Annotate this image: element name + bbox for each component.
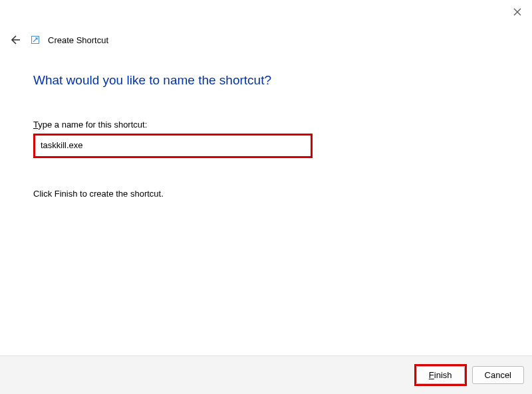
finish-button[interactable]: Finish	[416, 366, 465, 384]
wizard-footer: Finish Cancel	[0, 355, 532, 394]
finish-hint: Click Finish to create the shortcut.	[33, 189, 499, 199]
cancel-button[interactable]: Cancel	[472, 366, 524, 384]
page-heading: What would you like to name the shortcut…	[33, 73, 499, 88]
wizard-title: Create Shortcut	[48, 35, 108, 45]
finish-button-highlight: Finish	[414, 364, 467, 386]
shortcut-icon	[31, 35, 40, 45]
close-button[interactable]	[511, 5, 524, 19]
shortcut-name-input[interactable]	[35, 136, 311, 156]
name-field-label: Type a name for this shortcut:	[33, 120, 499, 130]
back-button[interactable]	[7, 32, 23, 48]
wizard-content: What would you like to name the shortcut…	[33, 73, 499, 199]
wizard-header: Create Shortcut	[7, 32, 108, 48]
close-icon	[513, 8, 521, 16]
name-input-highlight	[33, 134, 313, 158]
back-arrow-icon	[9, 34, 21, 46]
